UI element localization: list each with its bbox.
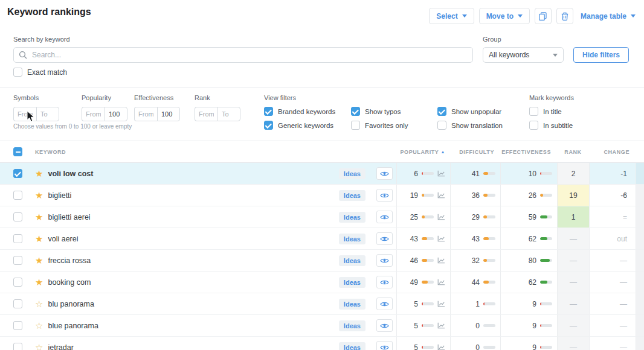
trend-chart-icon[interactable] — [437, 170, 445, 177]
row-checkbox[interactable] — [13, 299, 22, 308]
copy-button[interactable] — [535, 8, 552, 24]
effectiveness-from-input[interactable] — [134, 107, 157, 121]
manage-table-button[interactable]: Manage table — [578, 8, 638, 24]
row-checkbox[interactable] — [13, 212, 22, 221]
checkbox[interactable] — [437, 121, 446, 130]
row-checkbox[interactable] — [13, 343, 22, 350]
exact-match-checkbox[interactable] — [13, 68, 22, 77]
select-button[interactable]: Select — [429, 8, 474, 24]
column-header-effectiveness[interactable]: Effectiveness — [500, 149, 557, 155]
effectiveness-to-input[interactable] — [157, 107, 180, 121]
table-row[interactable]: ★ freccia rossa Ideas 46 32 80 — — — [0, 250, 644, 272]
favorite-star-icon[interactable]: ★ — [35, 234, 43, 243]
checkbox[interactable] — [437, 107, 446, 116]
rank-label: Rank — [195, 94, 240, 102]
filter-checkbox-item[interactable]: Show translation — [437, 121, 534, 130]
filter-checkbox-item[interactable]: In title — [529, 107, 602, 116]
favorite-star-icon[interactable]: ☆ — [35, 299, 43, 308]
filter-checkbox-item[interactable]: Show typos — [351, 107, 437, 116]
favorite-star-icon[interactable]: ★ — [35, 169, 43, 178]
rank-from-input[interactable] — [195, 107, 217, 121]
row-checkbox[interactable] — [13, 169, 22, 178]
row-checkbox[interactable] — [13, 256, 22, 265]
checkbox[interactable] — [264, 107, 273, 116]
row-checkbox[interactable] — [13, 321, 22, 330]
trend-chart-icon[interactable] — [437, 257, 445, 264]
table-row[interactable]: ☆ blu panorama Ideas 5 1 9 — — — [0, 293, 644, 315]
favorite-star-icon[interactable]: ★ — [35, 212, 43, 221]
symbols-from-input[interactable] — [13, 107, 36, 121]
table-row[interactable]: ★ voli aerei Ideas 43 43 62 — out — [0, 228, 644, 250]
eye-button[interactable] — [376, 189, 393, 202]
filter-checkbox-item[interactable]: Show unpopular — [437, 107, 534, 116]
column-header-rank[interactable]: Rank — [557, 149, 589, 155]
checkbox[interactable] — [351, 121, 360, 130]
table-row[interactable]: ★ biglietti Ideas 19 36 26 19 -6 — [0, 185, 644, 206]
ideas-button[interactable]: Ideas — [339, 168, 365, 179]
ideas-button[interactable]: Ideas — [339, 234, 365, 244]
eye-button[interactable] — [376, 298, 393, 310]
ideas-button[interactable]: Ideas — [339, 277, 365, 288]
trend-chart-icon[interactable] — [437, 214, 445, 220]
popularity-meter — [422, 237, 434, 240]
eye-button[interactable] — [376, 232, 393, 245]
trend-chart-icon[interactable] — [437, 279, 445, 285]
checkbox[interactable] — [264, 121, 273, 130]
symbols-to-input[interactable] — [36, 107, 59, 121]
row-checkbox[interactable] — [13, 191, 22, 200]
filter-checkbox-item[interactable]: Branded keywords — [264, 107, 351, 116]
select-all-checkbox[interactable] — [13, 147, 22, 156]
filter-checkbox-item[interactable]: Generic keywords — [264, 121, 351, 130]
column-header-change[interactable]: Change — [589, 149, 636, 155]
eye-button[interactable] — [376, 254, 393, 267]
eye-button[interactable] — [376, 341, 393, 350]
eye-button[interactable] — [376, 319, 393, 332]
table-row[interactable]: ★ voli low cost Ideas 6 41 10 2 -1 — [0, 163, 644, 185]
favorite-star-icon[interactable]: ☆ — [35, 321, 43, 330]
trend-chart-icon[interactable] — [437, 235, 445, 242]
filter-checkbox-item[interactable]: In subtitle — [529, 121, 602, 130]
hide-filters-button[interactable]: Hide filters — [573, 47, 629, 63]
trend-chart-icon[interactable] — [437, 301, 445, 307]
row-checkbox[interactable] — [13, 278, 22, 287]
table-row[interactable]: ★ biglietti aerei Ideas 25 29 59 1 = — [0, 206, 644, 228]
ideas-button[interactable]: Ideas — [339, 299, 365, 310]
popularity-to-input[interactable] — [105, 107, 127, 121]
checkbox[interactable] — [529, 107, 538, 116]
checkbox[interactable] — [529, 121, 538, 130]
ideas-button[interactable]: Ideas — [339, 320, 365, 331]
popularity-from-input[interactable] — [82, 107, 105, 121]
column-header-keyword[interactable]: Keyword — [30, 149, 396, 155]
move-to-button[interactable]: Move to — [479, 8, 530, 24]
eye-button[interactable] — [376, 276, 393, 288]
trend-chart-icon[interactable] — [437, 322, 445, 329]
checkbox[interactable] — [351, 107, 360, 116]
favorite-star-icon[interactable]: ☆ — [35, 343, 43, 350]
favorite-star-icon[interactable]: ★ — [35, 256, 43, 265]
row-checkbox[interactable] — [13, 234, 22, 243]
rank-to-input[interactable] — [217, 107, 240, 121]
trend-chart-icon[interactable] — [437, 192, 445, 199]
favorite-star-icon[interactable]: ★ — [35, 191, 43, 200]
table-row[interactable]: ☆ blue panorama Ideas 5 0 9 — — — [0, 315, 644, 337]
ideas-button[interactable]: Ideas — [339, 212, 365, 223]
table-row[interactable]: ☆ jetradar Ideas 5 0 9 — — — [0, 337, 644, 350]
popularity-cell: 5 — [396, 293, 450, 314]
group-select[interactable]: All keywords — [483, 47, 564, 63]
favorite-star-icon[interactable]: ★ — [35, 278, 43, 287]
ideas-button[interactable]: Ideas — [339, 342, 365, 350]
delete-button[interactable] — [556, 8, 573, 24]
eye-button[interactable] — [376, 167, 393, 180]
ideas-button[interactable]: Ideas — [339, 190, 365, 201]
rank-cell: — — [557, 315, 589, 336]
table-row[interactable]: ★ booking com Ideas 49 44 62 — — — [0, 272, 644, 293]
keyword-label: biglietti — [48, 191, 71, 200]
column-header-difficulty[interactable]: Difficulty — [450, 149, 500, 155]
exact-match-option[interactable]: Exact match — [13, 68, 67, 77]
search-input[interactable] — [13, 47, 473, 63]
trend-chart-icon[interactable] — [437, 344, 445, 350]
filter-checkbox-item[interactable]: Favorites only — [351, 121, 437, 130]
eye-button[interactable] — [376, 211, 393, 223]
ideas-button[interactable]: Ideas — [339, 255, 365, 266]
column-header-popularity[interactable]: Popularity ▲ — [396, 149, 450, 155]
